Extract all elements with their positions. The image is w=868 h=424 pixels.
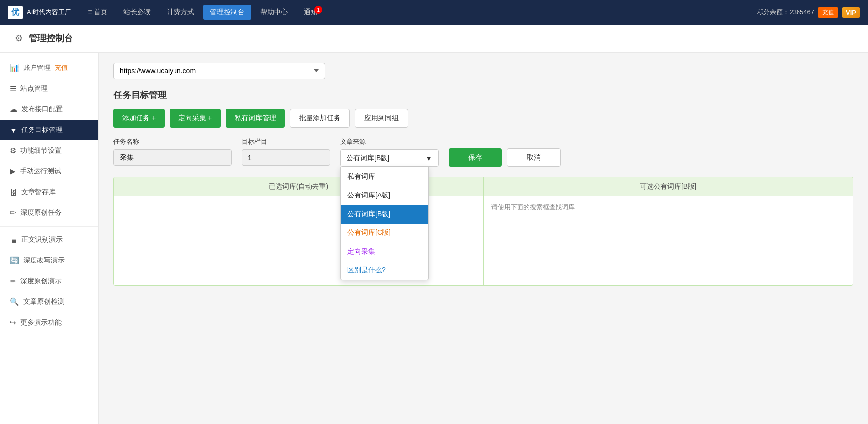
save-cancel-group: 保存 取消: [449, 138, 561, 167]
cancel-button[interactable]: 取消: [507, 148, 561, 167]
dropdown-diff[interactable]: 区别是什么?: [341, 261, 428, 280]
sidebar-label-run: 手动运行测试: [20, 167, 61, 176]
task-icon: ▼: [10, 126, 17, 134]
logo-area: 优 AI时代内容工厂: [8, 6, 71, 19]
source-label: 文章来源: [340, 137, 439, 146]
sidebar-label-draft: 文章暂存库: [21, 188, 56, 196]
demo1-icon: 🖥: [10, 236, 17, 244]
settings-icon: ⚙: [15, 33, 23, 44]
apply-group-button[interactable]: 应用到同组: [355, 109, 408, 128]
sidebar-label-check: 文章原创检测: [23, 297, 65, 306]
section-title: 任务目标管理: [113, 89, 853, 101]
sidebar-item-demo2[interactable]: 🔄 深度改写演示: [0, 250, 98, 271]
sidebar-divider: [0, 226, 98, 227]
recharge-button[interactable]: 充值: [818, 7, 838, 18]
sidebar-label-site: 站点管理: [20, 84, 48, 93]
dropdown-private[interactable]: 私有词库: [341, 167, 428, 186]
sidebar: 📊 账户管理 充值 ☰ 站点管理 ☁ 发布接口配置 ▼ 任务目标管理 ⚙ 功能细…: [0, 53, 99, 424]
nav-items: ≡ 首页 站长必读 计费方式 管理控制台 帮助中心 通知 1: [81, 5, 757, 20]
source-group: 文章来源 公有词库[B版] ▼ 私有词库 公有词库[A版] 公有词库[B版] 公…: [340, 137, 439, 167]
nav-reading[interactable]: 站长必读: [116, 5, 158, 20]
points-text: 积分余额：2365467: [757, 8, 814, 17]
more-icon: ↪: [10, 318, 16, 327]
draft-icon: 🗄: [10, 188, 17, 196]
sidebar-item-check[interactable]: 🔍 文章原创检测: [0, 292, 98, 312]
source-dropdown-menu: 私有词库 公有词库[A版] 公有词库[B版] 公有词库[C版] 定向采集 区别是…: [340, 167, 429, 280]
sidebar-item-demo1[interactable]: 🖥 正文识别演示: [0, 229, 98, 250]
save-button[interactable]: 保存: [449, 148, 502, 167]
recharge-link[interactable]: 充值: [55, 64, 68, 72]
top-navbar: 优 AI时代内容工厂 ≡ 首页 站长必读 计费方式 管理控制台 帮助中心 通知 …: [0, 0, 868, 25]
sidebar-label-demo2: 深度改写演示: [23, 256, 65, 265]
sidebar-label-publish: 发布接口配置: [21, 105, 63, 114]
settings-icon2: ⚙: [10, 146, 16, 155]
vip-badge: VIP: [842, 7, 860, 18]
sidebar-label-task: 任务目标管理: [21, 126, 63, 134]
original-icon: ✏: [10, 208, 16, 217]
site-icon: ☰: [10, 84, 16, 93]
sidebar-label-demo3: 深度原创演示: [20, 277, 62, 286]
page-header: ⚙ 管理控制台: [0, 25, 868, 53]
task-name-group: 任务名称: [113, 137, 232, 166]
notification-badge: 1: [314, 6, 322, 14]
sidebar-label-account: 账户管理: [23, 64, 51, 72]
sidebar-item-run[interactable]: ▶ 手动运行测试: [0, 161, 98, 182]
public-lib-hint: 请使用下面的搜索框查找词库: [491, 203, 575, 211]
public-lib-col: 可选公有词库[B版] 请使用下面的搜索框查找词库: [484, 177, 853, 285]
sidebar-item-account[interactable]: 📊 账户管理 充值: [0, 58, 98, 78]
action-buttons: 添加任务 + 定向采集 + 私有词库管理 批量添加任务 应用到同组: [113, 109, 853, 128]
public-lib-header: 可选公有词库[B版]: [484, 177, 853, 196]
sidebar-label-original: 深度原创任务: [20, 208, 62, 217]
url-select[interactable]: https://www.ucaiyun.com: [113, 63, 325, 79]
publish-icon: ☁: [10, 105, 17, 114]
demo3-icon: ✏: [10, 277, 16, 286]
main-content: https://www.ucaiyun.com 任务目标管理 添加任务 + 定向…: [99, 53, 868, 424]
sidebar-item-settings[interactable]: ⚙ 功能细节设置: [0, 140, 98, 161]
sidebar-label-more: 更多演示功能: [20, 318, 62, 327]
dropdown-directed[interactable]: 定向采集: [341, 242, 428, 261]
nav-help[interactable]: 帮助中心: [253, 5, 295, 20]
private-lib-button[interactable]: 私有词库管理: [226, 109, 285, 128]
nav-notification[interactable]: 通知 1: [297, 5, 324, 20]
url-select-wrap: https://www.ucaiyun.com: [113, 63, 853, 79]
sidebar-label-demo1: 正文识别演示: [21, 235, 63, 244]
target-column-group: 目标栏目: [242, 137, 330, 166]
task-name-label: 任务名称: [113, 137, 232, 146]
nav-pricing[interactable]: 计费方式: [160, 5, 201, 20]
sidebar-item-original[interactable]: ✏ 深度原创任务: [0, 202, 98, 223]
nav-home[interactable]: ≡ 首页: [81, 5, 114, 20]
page-container: ⚙ 管理控制台 📊 账户管理 充值 ☰ 站点管理 ☁ 发布接口配置 ▼ 任务目标…: [0, 25, 868, 424]
sidebar-item-publish[interactable]: ☁ 发布接口配置: [0, 99, 98, 120]
add-task-button[interactable]: 添加任务 +: [113, 109, 165, 128]
target-column-label: 目标栏目: [242, 137, 330, 146]
form-row: 任务名称 目标栏目 文章来源 公有词库[B版] ▼ 私有词库: [113, 137, 853, 167]
task-name-input[interactable]: [113, 149, 232, 166]
chevron-down-icon: ▼: [425, 154, 432, 162]
check-icon: 🔍: [10, 297, 19, 306]
nav-right: 积分余额：2365467 充值 VIP: [757, 7, 860, 18]
source-select-wrap: 公有词库[B版] ▼ 私有词库 公有词库[A版] 公有词库[B版] 公有词库[C…: [340, 149, 439, 167]
dropdown-public-b[interactable]: 公有词库[B版]: [341, 205, 428, 224]
page-title: 管理控制台: [29, 33, 73, 44]
nav-dashboard[interactable]: 管理控制台: [203, 5, 251, 20]
save-cancel-buttons: 保存 取消: [449, 148, 561, 167]
sidebar-item-site[interactable]: ☰ 站点管理: [0, 78, 98, 99]
logo-icon: 优: [8, 6, 23, 19]
source-select-button[interactable]: 公有词库[B版] ▼: [340, 149, 439, 167]
run-icon: ▶: [10, 167, 16, 176]
account-icon: 📊: [10, 64, 19, 72]
batch-add-button[interactable]: 批量添加任务: [290, 109, 350, 128]
sidebar-item-task[interactable]: ▼ 任务目标管理: [0, 120, 98, 140]
sidebar-item-draft[interactable]: 🗄 文章暂存库: [0, 182, 98, 202]
public-lib-body: 请使用下面的搜索框查找词库: [484, 196, 853, 285]
word-lib-table: 已选词库(自动去重) 可选公有词库[B版] 请使用下面的搜索框查找词库: [113, 177, 853, 286]
sidebar-item-demo3[interactable]: ✏ 深度原创演示: [0, 271, 98, 292]
dropdown-public-c[interactable]: 公有词库[C版]: [341, 224, 428, 242]
target-column-input[interactable]: [242, 149, 330, 166]
content-area: 📊 账户管理 充值 ☰ 站点管理 ☁ 发布接口配置 ▼ 任务目标管理 ⚙ 功能细…: [0, 53, 868, 424]
dropdown-public-a[interactable]: 公有词库[A版]: [341, 186, 428, 205]
directed-collect-button[interactable]: 定向采集 +: [170, 109, 221, 128]
sidebar-item-more[interactable]: ↪ 更多演示功能: [0, 312, 98, 333]
demo2-icon: 🔄: [10, 256, 19, 265]
source-select-value: 公有词库[B版]: [347, 154, 389, 163]
